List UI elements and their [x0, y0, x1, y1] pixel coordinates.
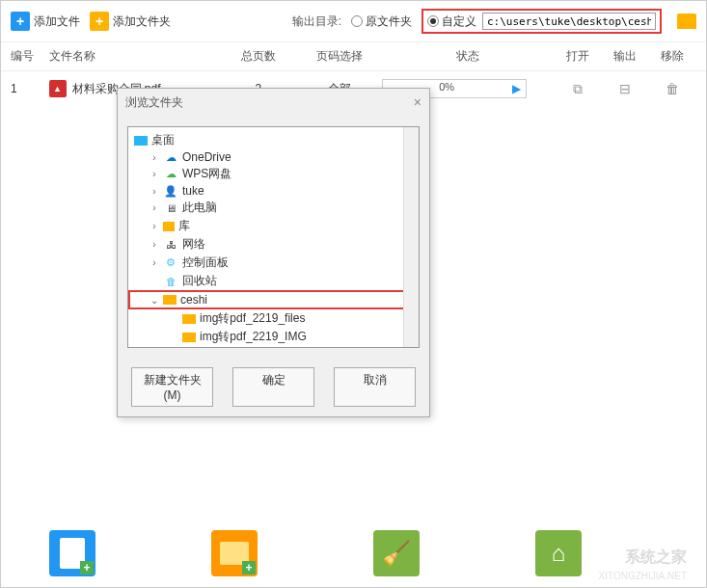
radio-custom-label: 自定义	[442, 13, 476, 30]
radio-original-folder[interactable]: 原文件夹	[351, 13, 412, 30]
radio-custom[interactable]: 自定义	[427, 13, 476, 30]
table-header: 编号 文件名称 总页数 页码选择 状态 打开 输出 移除	[1, 42, 706, 71]
header-num: 编号	[11, 48, 49, 65]
house-icon: ⌂	[552, 540, 566, 567]
folder-tool-button[interactable]: +	[211, 530, 258, 576]
expand-icon[interactable]: ›	[150, 239, 159, 250]
cloud-icon: ☁	[163, 168, 178, 181]
header-pages: 总页数	[220, 48, 296, 65]
pdf-icon: ▲	[49, 80, 67, 97]
browse-folder-dialog: 浏览文件夹 × 桌面 ›☁OneDrive ›☁WPS网盘 ›👤tuke ›🖥此…	[117, 88, 430, 417]
header-out: 输出	[601, 48, 648, 65]
expand-icon[interactable]: ›	[150, 202, 159, 213]
bin-icon: 🗑	[163, 275, 178, 288]
output-icon[interactable]: ⊟	[619, 81, 631, 96]
tree-desktop[interactable]: 桌面	[130, 131, 417, 149]
tree-lib[interactable]: ›库	[130, 217, 417, 235]
broom-icon: 🧹	[382, 540, 411, 567]
ok-button[interactable]: 确定	[232, 367, 314, 407]
tree-network[interactable]: ›🖧网络	[130, 235, 417, 254]
collapse-icon[interactable]: ⌄	[150, 295, 159, 306]
plus-badge-icon: +	[80, 561, 94, 575]
radio-original-label: 原文件夹	[366, 13, 412, 30]
plus-icon: +	[90, 12, 109, 31]
add-folder-label: 添加文件夹	[113, 13, 171, 30]
plus-icon: +	[11, 12, 30, 31]
new-folder-button[interactable]: 新建文件夹(M)	[131, 367, 213, 407]
expand-icon[interactable]: ›	[150, 257, 159, 268]
folder-tree[interactable]: 桌面 ›☁OneDrive ›☁WPS网盘 ›👤tuke ›🖥此电脑 ›库 ›🖧…	[127, 126, 420, 348]
tree-ceshi[interactable]: ⌄ceshi	[128, 290, 419, 309]
output-dir-label: 输出目录:	[292, 13, 341, 30]
delete-icon[interactable]: 🗑	[666, 81, 679, 96]
tree-recycle-bin[interactable]: 🗑回收站	[130, 272, 417, 290]
output-path-input[interactable]	[482, 13, 656, 30]
folder-icon	[182, 333, 196, 342]
custom-output-highlight: 自定义	[421, 9, 662, 34]
cloud-icon: ☁	[163, 150, 178, 164]
header-status: 状态	[382, 48, 554, 65]
open-icon[interactable]: ⧉	[573, 81, 583, 96]
add-file-label: 添加文件	[34, 13, 80, 30]
close-icon[interactable]: ×	[414, 94, 421, 111]
watermark-text: 系统之家	[625, 548, 687, 568]
scrollbar-vertical[interactable]	[403, 127, 419, 347]
tree-thispc[interactable]: ›🖥此电脑	[130, 199, 417, 217]
add-folder-button[interactable]: + 添加文件夹	[90, 12, 171, 31]
tree-subfolder[interactable]: img转pdf_2219_IMG	[130, 328, 417, 346]
pc-icon: 🖥	[163, 201, 178, 215]
tree-subfolder[interactable]: PC端软件产品刊例推广资料_files	[130, 346, 417, 348]
header-del: 移除	[649, 48, 696, 65]
add-file-button[interactable]: + 添加文件	[11, 12, 80, 31]
tree-wps[interactable]: ›☁WPS网盘	[130, 165, 417, 183]
header-name: 文件名称	[49, 48, 221, 65]
radio-icon	[351, 15, 363, 27]
desktop-icon	[134, 136, 148, 146]
tree-subfolder[interactable]: img转pdf_2219_files	[130, 309, 417, 328]
plus-badge-icon: +	[242, 561, 256, 575]
tree-onedrive[interactable]: ›☁OneDrive	[130, 149, 417, 165]
home-tool-button[interactable]: ⌂	[535, 530, 582, 576]
network-icon: 🖧	[163, 238, 178, 252]
dialog-title: 浏览文件夹	[125, 94, 183, 111]
radio-checked-icon	[427, 15, 439, 27]
expand-icon[interactable]: ›	[150, 152, 159, 163]
header-sel: 页码选择	[296, 48, 382, 65]
play-button[interactable]: ▶	[507, 81, 525, 96]
control-icon: ⚙	[163, 256, 178, 270]
folder-icon	[182, 314, 196, 324]
row-num: 1	[11, 82, 49, 95]
watermark-sub: XITONGZHIJIA.NET	[599, 571, 688, 581]
expand-icon[interactable]: ›	[150, 186, 159, 197]
expand-icon[interactable]: ›	[150, 169, 159, 179]
doc-tool-button[interactable]: +	[49, 530, 95, 576]
tree-control-panel[interactable]: ›⚙控制面板	[130, 254, 417, 272]
header-open: 打开	[554, 48, 601, 65]
cancel-button[interactable]: 取消	[334, 367, 416, 407]
browse-folder-button[interactable]	[677, 13, 696, 29]
expand-icon[interactable]: ›	[150, 221, 159, 231]
library-icon	[163, 222, 175, 231]
user-icon: 👤	[163, 184, 178, 198]
folder-icon	[163, 295, 177, 305]
clean-tool-button[interactable]: 🧹	[373, 530, 420, 576]
tree-tuke[interactable]: ›👤tuke	[130, 183, 417, 199]
